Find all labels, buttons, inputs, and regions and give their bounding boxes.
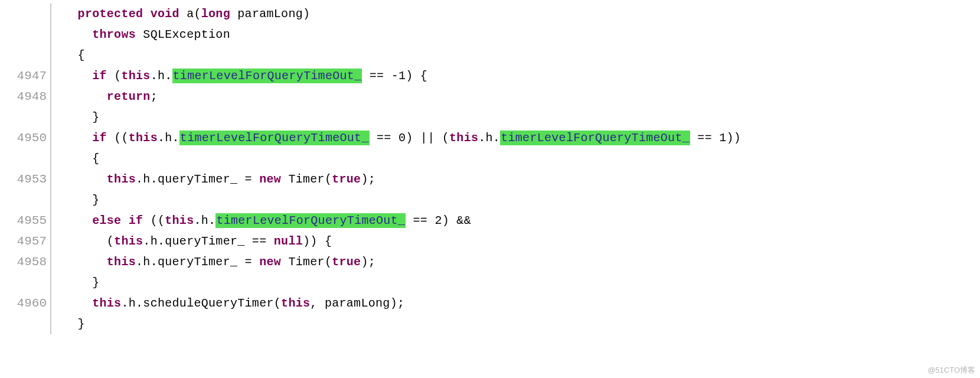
keyword-token: null <box>274 234 303 248</box>
gutter-divider <box>50 24 51 45</box>
highlighted-identifier: timerLevelForQueryTimeOut_ <box>500 131 690 145</box>
code-token: } <box>78 317 85 331</box>
code-token: == 1)) <box>690 131 741 145</box>
keyword-token: return <box>107 90 151 103</box>
keyword-token: this <box>449 131 478 145</box>
code-line: 4947 if (this.h.timerLevelForQueryTimeOu… <box>0 66 980 86</box>
keyword-token: true <box>332 255 361 269</box>
line-number: 4958 <box>0 255 50 269</box>
code-content[interactable]: throws SQLException <box>63 28 980 41</box>
code-content[interactable]: if ((this.h.timerLevelForQueryTimeOut_ =… <box>63 131 980 145</box>
gutter-divider <box>50 148 51 169</box>
keyword-token: this <box>107 172 136 186</box>
gutter-divider <box>50 190 51 210</box>
gutter-divider <box>50 45 51 66</box>
code-content[interactable]: this.h.scheduleQueryTimer(this, paramLon… <box>63 296 980 310</box>
code-line: { <box>0 45 980 66</box>
line-number: 4947 <box>0 69 50 83</box>
code-content[interactable]: } <box>63 110 980 124</box>
code-line: 4955 else if ((this.h.timerLevelForQuery… <box>0 210 980 231</box>
code-token: paramLong) <box>230 7 310 21</box>
code-token: .h.scheduleQueryTimer( <box>121 296 281 310</box>
code-token: == 2) && <box>406 214 471 227</box>
keyword-token: this <box>107 255 136 269</box>
code-token: ( <box>107 234 114 248</box>
code-line: 4958 this.h.queryTimer_ = new Timer(true… <box>0 252 980 272</box>
code-line: { <box>0 148 980 169</box>
code-token: .h. <box>478 131 500 145</box>
code-content[interactable]: { <box>63 152 980 165</box>
code-line: } <box>0 272 980 293</box>
line-number: 4955 <box>0 214 50 227</box>
keyword-token: if <box>129 214 143 227</box>
code-content[interactable]: } <box>63 317 980 331</box>
watermark-label: @51CTO博客 <box>927 365 975 376</box>
gutter-divider <box>50 107 51 128</box>
keyword-token: throws <box>92 28 136 41</box>
keyword-token: true <box>332 172 361 186</box>
line-number: 4953 <box>0 172 50 186</box>
code-line: 4953 this.h.queryTimer_ = new Timer(true… <box>0 169 980 190</box>
code-token: { <box>78 48 85 62</box>
code-content[interactable]: } <box>63 193 980 207</box>
code-line: 4950 if ((this.h.timerLevelForQueryTimeO… <box>0 128 980 148</box>
gutter-divider <box>50 210 51 231</box>
keyword-token: if <box>92 69 107 83</box>
code-line: } <box>0 190 980 210</box>
highlighted-identifier: timerLevelForQueryTimeOut_ <box>215 213 406 228</box>
code-token: { <box>92 152 99 165</box>
code-token: Timer( <box>281 172 332 186</box>
code-line: throws SQLException <box>0 24 980 45</box>
code-token: Timer( <box>281 255 332 269</box>
keyword-token: this <box>92 296 121 310</box>
code-token <box>143 7 150 21</box>
code-content[interactable]: return; <box>63 90 980 103</box>
code-token: ); <box>361 255 375 269</box>
code-token: == -1) { <box>362 69 427 83</box>
code-line: 4960 this.h.scheduleQueryTimer(this, par… <box>0 293 980 314</box>
code-token: } <box>92 110 99 124</box>
code-line: } <box>0 314 980 334</box>
code-token: a( <box>179 7 201 21</box>
keyword-token: this <box>129 131 158 145</box>
highlighted-identifier: timerLevelForQueryTimeOut_ <box>179 131 370 145</box>
code-token <box>121 214 128 227</box>
gutter-divider <box>50 169 51 190</box>
gutter-divider <box>50 231 51 252</box>
gutter-divider <box>50 314 51 334</box>
code-token: , paramLong); <box>310 296 404 310</box>
gutter-divider <box>50 66 51 86</box>
code-token: .h. <box>194 214 215 227</box>
code-token: .h.queryTimer_ == <box>143 234 273 248</box>
code-token: .h. <box>158 131 179 145</box>
code-content[interactable]: this.h.queryTimer_ = new Timer(true); <box>63 172 980 186</box>
code-token: } <box>92 276 99 289</box>
line-number: 4957 <box>0 234 50 248</box>
line-number: 4948 <box>0 90 50 103</box>
keyword-token: new <box>259 255 281 269</box>
highlighted-identifier: timerLevelForQueryTimeOut_ <box>172 69 362 83</box>
code-token: == 0) || ( <box>370 131 449 145</box>
gutter-divider <box>50 128 51 148</box>
code-token: } <box>92 193 99 207</box>
keyword-token: this <box>114 234 143 248</box>
keyword-token: this <box>121 69 150 83</box>
code-content[interactable]: if (this.h.timerLevelForQueryTimeOut_ ==… <box>63 69 980 83</box>
code-content[interactable]: else if ((this.h.timerLevelForQueryTimeO… <box>63 213 980 228</box>
code-content[interactable]: protected void a(long paramLong) <box>63 7 980 21</box>
code-content[interactable]: { <box>63 48 980 62</box>
code-content[interactable]: } <box>63 276 980 289</box>
code-token: .h. <box>151 69 172 83</box>
code-content[interactable]: this.h.queryTimer_ = new Timer(true); <box>63 255 980 269</box>
gutter-divider <box>50 272 51 293</box>
gutter-divider <box>50 293 51 314</box>
code-content[interactable]: (this.h.queryTimer_ == null)) { <box>63 234 980 248</box>
gutter-divider <box>50 252 51 272</box>
keyword-token: protected <box>78 7 143 21</box>
keyword-token: long <box>201 7 230 21</box>
code-token: (( <box>143 214 165 227</box>
keyword-token: this <box>165 214 194 227</box>
code-token: SQLException <box>136 28 230 41</box>
gutter-divider <box>50 86 51 107</box>
line-number: 4960 <box>0 296 50 310</box>
